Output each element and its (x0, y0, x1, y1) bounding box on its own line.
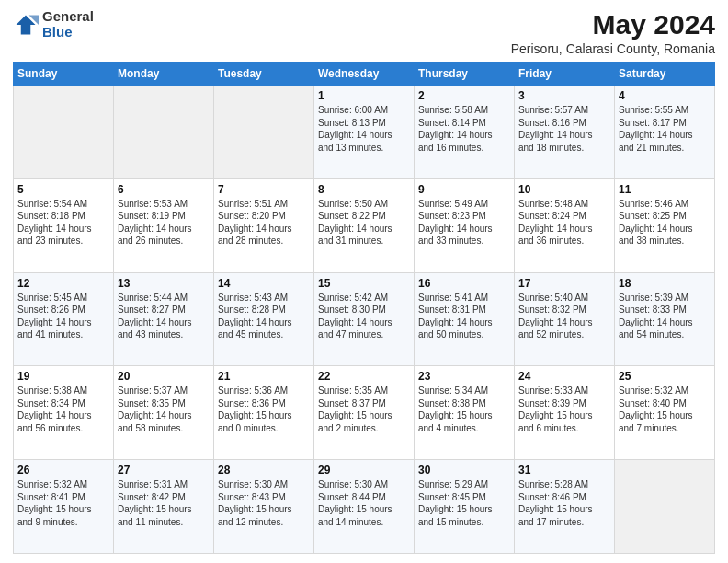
day-number: 1 (318, 89, 410, 102)
calendar-cell: 19Sunrise: 5:38 AM Sunset: 8:34 PM Dayli… (14, 366, 114, 460)
calendar-week-0: 1Sunrise: 6:00 AM Sunset: 8:13 PM Daylig… (14, 86, 715, 179)
header-row: Sunday Monday Tuesday Wednesday Thursday… (14, 63, 715, 86)
day-info: Sunrise: 5:55 AM Sunset: 8:17 PM Dayligh… (619, 104, 711, 154)
header: General Blue May 2024 Perisoru, Calarasi… (13, 9, 715, 56)
calendar-week-2: 12Sunrise: 5:45 AM Sunset: 8:26 PM Dayli… (14, 272, 715, 366)
day-info: Sunrise: 5:39 AM Sunset: 8:33 PM Dayligh… (619, 292, 711, 341)
calendar-cell: 6Sunrise: 5:53 AM Sunset: 8:19 PM Daylig… (114, 178, 214, 272)
day-number: 17 (518, 277, 610, 290)
day-number: 5 (17, 183, 109, 196)
calendar-cell: 5Sunrise: 5:54 AM Sunset: 8:18 PM Daylig… (14, 178, 114, 272)
day-info: Sunrise: 5:36 AM Sunset: 8:36 PM Dayligh… (218, 385, 310, 434)
calendar-cell: 23Sunrise: 5:34 AM Sunset: 8:38 PM Dayli… (415, 366, 515, 460)
calendar-week-1: 5Sunrise: 5:54 AM Sunset: 8:18 PM Daylig… (14, 178, 715, 272)
day-number: 3 (518, 89, 610, 102)
calendar-cell (615, 460, 715, 554)
calendar-cell: 14Sunrise: 5:43 AM Sunset: 8:28 PM Dayli… (214, 272, 314, 366)
calendar-cell: 13Sunrise: 5:44 AM Sunset: 8:27 PM Dayli… (114, 272, 214, 366)
day-number: 15 (318, 277, 410, 290)
calendar-cell: 11Sunrise: 5:46 AM Sunset: 8:25 PM Dayli… (615, 178, 715, 272)
day-number: 20 (118, 370, 210, 383)
day-info: Sunrise: 5:32 AM Sunset: 8:40 PM Dayligh… (619, 385, 711, 434)
calendar-cell (14, 86, 114, 179)
col-saturday: Saturday (615, 63, 715, 86)
day-number: 11 (619, 183, 711, 196)
page: General Blue May 2024 Perisoru, Calarasi… (0, 0, 728, 563)
day-number: 16 (418, 277, 510, 290)
day-number: 18 (619, 277, 711, 290)
day-info: Sunrise: 5:43 AM Sunset: 8:28 PM Dayligh… (218, 292, 310, 341)
col-friday: Friday (515, 63, 615, 86)
calendar-cell: 4Sunrise: 5:55 AM Sunset: 8:17 PM Daylig… (615, 86, 715, 179)
calendar-cell: 12Sunrise: 5:45 AM Sunset: 8:26 PM Dayli… (14, 272, 114, 366)
calendar-cell: 8Sunrise: 5:50 AM Sunset: 8:22 PM Daylig… (314, 178, 415, 272)
day-info: Sunrise: 5:32 AM Sunset: 8:41 PM Dayligh… (17, 478, 109, 528)
calendar-cell: 27Sunrise: 5:31 AM Sunset: 8:42 PM Dayli… (114, 460, 214, 554)
day-info: Sunrise: 5:29 AM Sunset: 8:45 PM Dayligh… (418, 478, 510, 528)
col-monday: Monday (114, 63, 214, 86)
calendar-cell: 31Sunrise: 5:28 AM Sunset: 8:46 PM Dayli… (515, 460, 615, 554)
calendar-cell: 16Sunrise: 5:41 AM Sunset: 8:31 PM Dayli… (415, 272, 515, 366)
day-number: 28 (218, 464, 310, 477)
day-number: 13 (118, 277, 210, 290)
day-info: Sunrise: 5:34 AM Sunset: 8:38 PM Dayligh… (418, 385, 510, 434)
calendar-cell: 1Sunrise: 6:00 AM Sunset: 8:13 PM Daylig… (314, 86, 415, 179)
day-number: 19 (17, 370, 109, 383)
day-number: 30 (418, 464, 510, 477)
day-number: 7 (218, 183, 310, 196)
calendar-cell: 7Sunrise: 5:51 AM Sunset: 8:20 PM Daylig… (214, 178, 314, 272)
day-info: Sunrise: 5:50 AM Sunset: 8:22 PM Dayligh… (318, 198, 410, 247)
calendar-body: 1Sunrise: 6:00 AM Sunset: 8:13 PM Daylig… (14, 86, 715, 554)
day-info: Sunrise: 5:28 AM Sunset: 8:46 PM Dayligh… (518, 478, 610, 528)
col-thursday: Thursday (415, 63, 515, 86)
day-number: 25 (619, 370, 711, 383)
day-number: 14 (218, 277, 310, 290)
day-number: 27 (118, 464, 210, 477)
calendar-cell: 3Sunrise: 5:57 AM Sunset: 8:16 PM Daylig… (515, 86, 615, 179)
day-info: Sunrise: 5:42 AM Sunset: 8:30 PM Dayligh… (318, 292, 410, 341)
col-tuesday: Tuesday (214, 63, 314, 86)
day-info: Sunrise: 5:33 AM Sunset: 8:39 PM Dayligh… (518, 385, 610, 434)
day-number: 9 (418, 183, 510, 196)
day-info: Sunrise: 5:37 AM Sunset: 8:35 PM Dayligh… (118, 385, 210, 434)
day-number: 31 (518, 464, 610, 477)
calendar-header: Sunday Monday Tuesday Wednesday Thursday… (14, 63, 715, 86)
calendar-cell: 2Sunrise: 5:58 AM Sunset: 8:14 PM Daylig… (415, 86, 515, 179)
day-number: 22 (318, 370, 410, 383)
day-info: Sunrise: 5:30 AM Sunset: 8:43 PM Dayligh… (218, 478, 310, 528)
calendar-cell: 29Sunrise: 5:30 AM Sunset: 8:44 PM Dayli… (314, 460, 415, 554)
day-number: 26 (17, 464, 109, 477)
day-info: Sunrise: 5:44 AM Sunset: 8:27 PM Dayligh… (118, 292, 210, 341)
day-number: 4 (619, 89, 711, 102)
logo-icon (13, 12, 39, 38)
day-info: Sunrise: 5:35 AM Sunset: 8:37 PM Dayligh… (318, 385, 410, 434)
calendar-cell: 26Sunrise: 5:32 AM Sunset: 8:41 PM Dayli… (14, 460, 114, 554)
calendar-cell: 9Sunrise: 5:49 AM Sunset: 8:23 PM Daylig… (415, 178, 515, 272)
calendar-cell: 24Sunrise: 5:33 AM Sunset: 8:39 PM Dayli… (515, 366, 615, 460)
col-sunday: Sunday (14, 63, 114, 86)
main-title: May 2024 (511, 9, 715, 40)
day-info: Sunrise: 6:00 AM Sunset: 8:13 PM Dayligh… (318, 104, 410, 154)
day-number: 10 (518, 183, 610, 196)
day-info: Sunrise: 5:49 AM Sunset: 8:23 PM Dayligh… (418, 198, 510, 247)
day-number: 6 (118, 183, 210, 196)
day-info: Sunrise: 5:45 AM Sunset: 8:26 PM Dayligh… (17, 292, 109, 341)
day-number: 24 (518, 370, 610, 383)
logo: General Blue (13, 9, 94, 40)
day-info: Sunrise: 5:46 AM Sunset: 8:25 PM Dayligh… (619, 198, 711, 247)
calendar-cell (214, 86, 314, 179)
day-info: Sunrise: 5:53 AM Sunset: 8:19 PM Dayligh… (118, 198, 210, 247)
title-block: May 2024 Perisoru, Calarasi County, Roma… (511, 9, 715, 56)
calendar-cell: 18Sunrise: 5:39 AM Sunset: 8:33 PM Dayli… (615, 272, 715, 366)
calendar-week-3: 19Sunrise: 5:38 AM Sunset: 8:34 PM Dayli… (14, 366, 715, 460)
day-number: 2 (418, 89, 510, 102)
calendar-cell: 10Sunrise: 5:48 AM Sunset: 8:24 PM Dayli… (515, 178, 615, 272)
day-info: Sunrise: 5:57 AM Sunset: 8:16 PM Dayligh… (518, 104, 610, 154)
day-info: Sunrise: 5:48 AM Sunset: 8:24 PM Dayligh… (518, 198, 610, 247)
logo-text: General Blue (42, 9, 94, 40)
calendar-cell: 25Sunrise: 5:32 AM Sunset: 8:40 PM Dayli… (615, 366, 715, 460)
logo-line1: General (42, 9, 94, 25)
day-number: 23 (418, 370, 510, 383)
calendar-table: Sunday Monday Tuesday Wednesday Thursday… (13, 62, 715, 554)
calendar-cell: 22Sunrise: 5:35 AM Sunset: 8:37 PM Dayli… (314, 366, 415, 460)
